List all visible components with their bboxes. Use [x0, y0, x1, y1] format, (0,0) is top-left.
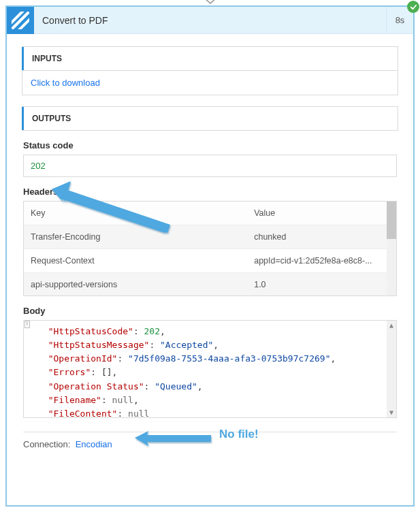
header-key: api-supported-versions [24, 273, 247, 297]
headers-col-key: Key [24, 202, 247, 225]
outputs-heading: OUTPUTS [22, 107, 398, 130]
body-label: Body [23, 306, 397, 316]
table-row: Transfer-Encoding chunked [24, 225, 396, 249]
header-value: appId=cid-v1:2d52fe8a-e8c8-... [247, 249, 396, 273]
headers-col-value: Value [247, 202, 396, 225]
header-key: Transfer-Encoding [24, 225, 247, 249]
headers-label: Headers [23, 187, 397, 197]
card-titlebar[interactable]: Convert to PDF 8s [7, 7, 413, 34]
action-card: Convert to PDF 8s INPUTS Click to downlo… [5, 5, 415, 507]
header-key: Request-Context [24, 249, 247, 273]
inputs-section: INPUTS [22, 46, 398, 71]
inputs-body: Click to download [22, 71, 398, 95]
connection-footer: Connection: Encodian [23, 432, 397, 449]
scroll-up-icon[interactable]: ▲ [387, 321, 396, 330]
connector-logo-icon [7, 7, 34, 34]
table-row: Request-Context appId=cid-v1:2d52fe8a-e8… [24, 249, 396, 273]
status-code-value: 202 [23, 155, 397, 177]
scroll-down-icon[interactable]: ▼ [387, 408, 396, 417]
table-row: api-supported-versions 1.0 [24, 273, 396, 297]
flow-connector-chevron [202, 0, 219, 7]
json-collapse-icon[interactable]: t [25, 321, 30, 328]
status-success-icon [407, 1, 419, 13]
card-title: Convert to PDF [34, 15, 386, 26]
body-scrollbar[interactable]: ▲▼ [387, 321, 396, 417]
header-value: chunked [247, 225, 396, 249]
headers-scrollbar[interactable] [387, 202, 396, 295]
outputs-section: OUTPUTS [22, 106, 398, 131]
headers-table: Key Value Transfer-Encoding chunked Requ… [23, 201, 397, 296]
header-value: 1.0 [247, 273, 396, 297]
download-inputs-link[interactable]: Click to download [31, 78, 100, 88]
body-json-viewer[interactable]: t "HttpStatusCode": 202, "HttpStatusMess… [23, 320, 397, 418]
connection-link[interactable]: Encodian [76, 439, 112, 449]
inputs-heading: INPUTS [22, 47, 398, 70]
status-code-label: Status code [23, 140, 397, 150]
connection-label: Connection: [23, 439, 70, 449]
